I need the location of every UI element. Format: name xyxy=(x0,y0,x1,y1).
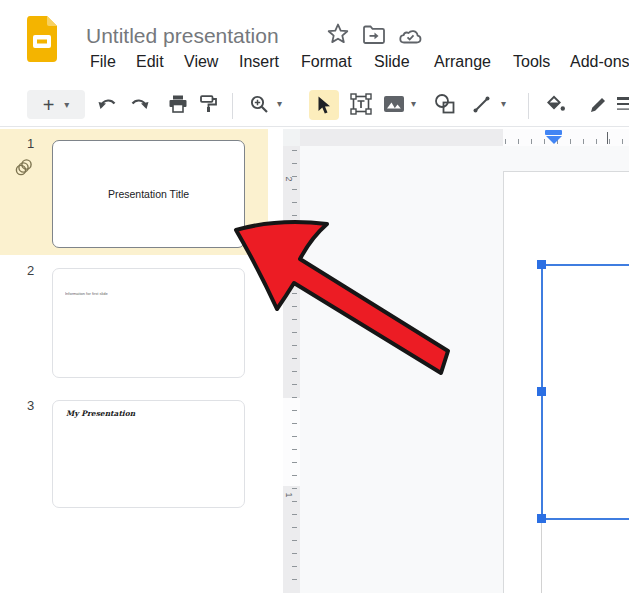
selection-border-top[interactable] xyxy=(541,264,629,266)
slide3-thumbnail[interactable]: My Presentation xyxy=(52,400,245,508)
redo-button[interactable] xyxy=(129,93,151,115)
move-to-folder-icon[interactable] xyxy=(362,25,386,49)
fill-color-button[interactable] xyxy=(543,92,567,116)
zoom-button[interactable] xyxy=(248,92,270,116)
zoom-caret-icon[interactable]: ▾ xyxy=(277,98,282,109)
print-button[interactable] xyxy=(168,92,188,116)
select-tool-button[interactable] xyxy=(309,90,339,120)
menu-tools[interactable]: Tools xyxy=(513,53,550,71)
v-ruler-label-2: 2 xyxy=(284,176,294,181)
border-weight-button[interactable] xyxy=(616,94,629,114)
menu-insert[interactable]: Insert xyxy=(239,53,279,71)
indent-marker-bar[interactable] xyxy=(545,130,562,135)
slide3-number: 3 xyxy=(27,398,34,413)
menu-format[interactable]: Format xyxy=(301,53,352,71)
cloud-saved-icon[interactable] xyxy=(396,26,424,50)
slide2-body-text: Information for first slide xyxy=(65,291,256,296)
slide1-number: 1 xyxy=(27,136,34,151)
paint-format-button[interactable] xyxy=(199,92,219,116)
menu-file[interactable]: File xyxy=(90,53,116,71)
filmstrip-panel: 1 Presentation Title 2 Information for f… xyxy=(0,127,268,593)
toolbar-separator xyxy=(528,93,529,119)
horizontal-ruler[interactable] xyxy=(300,129,629,147)
text-box-button[interactable] xyxy=(349,91,373,117)
selection-border-bottom[interactable] xyxy=(541,518,629,520)
slide2-thumbnail[interactable]: Information for first slide xyxy=(52,268,245,378)
v-ruler-label-1: 1 xyxy=(284,492,294,497)
slide-page[interactable] xyxy=(503,171,629,593)
menu-edit[interactable]: Edit xyxy=(136,53,164,71)
placeholder-edge-line xyxy=(541,522,542,593)
app-header: Untitled presentation File Edit View Ins… xyxy=(0,0,629,85)
image-button[interactable] xyxy=(383,94,405,114)
slides-logo-icon[interactable] xyxy=(27,16,57,66)
new-slide-button[interactable]: + ▾ xyxy=(27,90,85,119)
menu-arrange[interactable]: Arrange xyxy=(434,53,491,71)
vertical-ruler[interactable]: 2 1 xyxy=(283,146,301,593)
border-color-button[interactable] xyxy=(586,92,610,116)
toolbar-separator xyxy=(232,93,233,119)
selection-handle-bottomleft[interactable] xyxy=(537,514,546,523)
slide1-title-text: Presentation Title xyxy=(108,188,189,200)
h-ruler-ticks xyxy=(505,139,629,144)
ruler-corner xyxy=(283,129,300,146)
menu-addons[interactable]: Add-ons xyxy=(570,53,629,71)
v-ruler-ticks xyxy=(292,150,297,590)
slide-canvas[interactable] xyxy=(300,146,629,593)
menu-slide[interactable]: Slide xyxy=(374,53,410,71)
selection-handle-topleft[interactable] xyxy=(537,260,546,269)
undo-button[interactable] xyxy=(96,93,118,115)
image-caret-icon[interactable]: ▾ xyxy=(411,98,416,109)
slide1-thumbnail[interactable]: Presentation Title xyxy=(52,140,245,248)
menu-view[interactable]: View xyxy=(184,53,218,71)
line-caret-icon[interactable]: ▾ xyxy=(501,98,506,109)
line-button[interactable] xyxy=(470,93,492,115)
h-ruler-major-tick xyxy=(607,132,608,144)
indent-marker-triangle[interactable] xyxy=(546,136,562,144)
selection-handle-midleft[interactable] xyxy=(537,387,546,396)
shape-button[interactable] xyxy=(432,92,456,116)
slide3-body-text: My Presentation xyxy=(66,409,135,418)
transition-icon[interactable] xyxy=(14,155,36,181)
plus-icon: + xyxy=(43,95,55,115)
star-icon[interactable] xyxy=(326,22,350,50)
new-slide-caret-icon[interactable]: ▾ xyxy=(64,99,69,110)
document-title[interactable]: Untitled presentation xyxy=(86,24,279,48)
slide2-number: 2 xyxy=(27,263,34,278)
toolbar: + ▾ xyxy=(0,85,629,126)
